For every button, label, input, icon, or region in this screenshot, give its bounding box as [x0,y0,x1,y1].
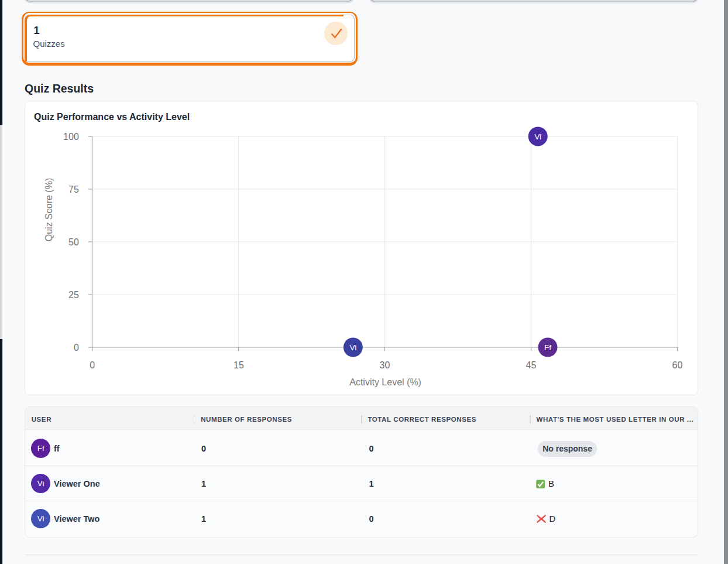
svg-text:45: 45 [526,360,537,370]
svg-text:Vi: Vi [349,343,356,352]
svg-text:50: 50 [68,237,79,247]
svg-text:0: 0 [74,343,79,353]
svg-text:Quiz Score (%): Quiz Score (%) [44,178,54,241]
svg-text:30: 30 [380,360,390,370]
svg-text:100: 100 [63,132,79,142]
svg-text:Quiz Performance vs Activity L: Quiz Performance vs Activity Level [34,112,190,122]
svg-text:60: 60 [672,360,683,370]
svg-text:Vi: Vi [534,132,541,141]
svg-text:0: 0 [90,360,95,370]
svg-text:25: 25 [68,290,79,300]
svg-text:Activity Level (%): Activity Level (%) [349,377,421,387]
svg-text:Ff: Ff [544,343,551,352]
svg-text:75: 75 [68,184,79,194]
svg-text:15: 15 [233,360,244,370]
